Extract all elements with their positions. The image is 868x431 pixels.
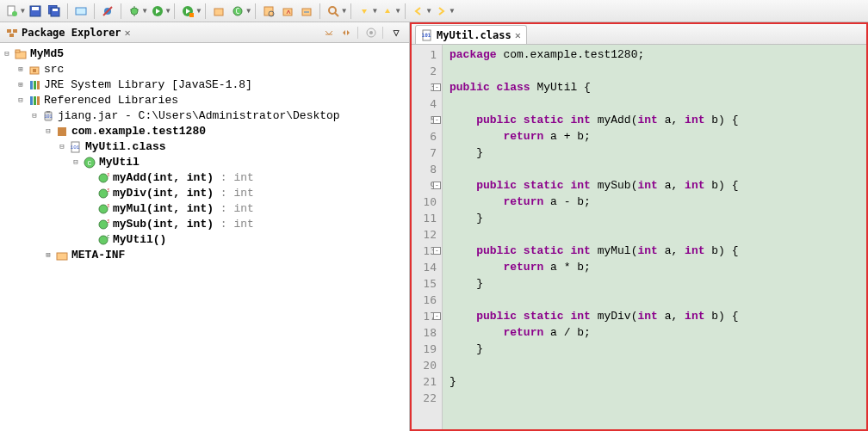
editor-tabs: 101 MyUtil.class ✕ [412, 24, 866, 45]
close-icon[interactable]: ✕ [125, 27, 131, 39]
svg-rect-6 [53, 9, 58, 11]
svg-rect-27 [7, 29, 11, 33]
focus-task-button[interactable] [363, 25, 379, 40]
svg-point-1 [12, 11, 17, 16]
separator [67, 3, 68, 19]
view-menu-button[interactable]: ▽ [388, 25, 404, 40]
back-button[interactable] [410, 3, 427, 20]
dropdown-icon[interactable]: ▼ [143, 7, 147, 15]
tree-meta-inf[interactable]: ⊞META-INF [2, 248, 407, 263]
svg-text:s: s [107, 203, 109, 209]
package-explorer-icon [5, 26, 19, 40]
dropdown-icon[interactable]: ▼ [166, 7, 170, 15]
separator [350, 3, 351, 19]
tab-label: MyUtil.class [437, 29, 512, 41]
forward-button[interactable] [432, 3, 450, 20]
dropdown-icon[interactable]: ▼ [196, 7, 201, 15]
tree-referenced-libraries[interactable]: ⊟Referenced Libraries [2, 93, 407, 108]
tree-method[interactable]: smyAdd(int, int) : int [2, 170, 407, 186]
svg-rect-37 [34, 81, 36, 89]
open-resource-button[interactable] [298, 3, 315, 20]
tree-method[interactable]: smyDiv(int, int) : int [2, 186, 407, 201]
close-tab-icon[interactable]: ✕ [515, 29, 521, 41]
svg-text:s: s [107, 172, 109, 178]
dropdown-icon[interactable]: ▼ [427, 7, 431, 15]
dropdown-icon[interactable]: ▼ [450, 7, 454, 15]
svg-rect-43 [46, 111, 50, 113]
svg-rect-48 [62, 132, 66, 136]
dropdown-icon[interactable]: ▼ [373, 7, 377, 15]
code-area[interactable]: package com.example.test1280;public clas… [443, 45, 866, 429]
line-gutter: 123-45-6789-10111213-14151617-1819202122 [412, 45, 443, 429]
svg-rect-47 [58, 132, 62, 136]
prev-annotation-button[interactable] [379, 3, 396, 20]
svg-rect-33 [16, 50, 20, 52]
svg-rect-3 [32, 7, 39, 10]
svg-rect-39 [30, 96, 33, 105]
svg-text:C: C [88, 159, 92, 167]
svg-rect-36 [30, 81, 33, 89]
separator [205, 3, 206, 19]
tree-src[interactable]: ⊞src [2, 62, 407, 77]
save-button[interactable] [27, 3, 44, 20]
search-button[interactable] [325, 3, 342, 20]
svg-text:C: C [236, 8, 240, 15]
svg-text:101: 101 [44, 114, 52, 120]
svg-rect-18 [214, 9, 223, 15]
code-editor[interactable]: 123-45-6789-10111213-14151617-1819202122… [412, 45, 866, 429]
save-all-button[interactable] [46, 3, 63, 20]
separator [319, 3, 320, 19]
svg-rect-63 [57, 253, 67, 260]
class-file-icon: 101 [421, 29, 433, 41]
toggle-button[interactable] [72, 3, 90, 20]
coverage-button[interactable] [179, 3, 196, 20]
svg-rect-41 [37, 96, 40, 105]
new-package-button[interactable] [210, 3, 227, 20]
svg-text:101: 101 [71, 145, 80, 151]
separator [255, 3, 256, 19]
dropdown-icon[interactable]: ▼ [396, 7, 400, 15]
tree-method[interactable]: smyMul(int, int) : int [2, 201, 407, 217]
editor-panel: 101 MyUtil.class ✕ 123-45-6789-10111213-… [410, 22, 868, 431]
package-tree: ⊟MyMd5⊞src⊞JRE System Library [JavaSE-1.… [0, 43, 409, 267]
new-class-button[interactable]: C [229, 3, 246, 20]
svg-rect-35 [33, 69, 36, 72]
tree-method[interactable]: cMyUtil() [2, 232, 407, 248]
link-editor-button[interactable] [338, 25, 354, 40]
svg-point-31 [369, 31, 373, 34]
tree-jar[interactable]: ⊟101jiang.jar - C:\Users\Administrator\D… [2, 108, 407, 124]
svg-rect-29 [9, 34, 14, 37]
open-task-button[interactable] [279, 3, 296, 20]
open-type-button[interactable] [260, 3, 277, 20]
collapse-all-button[interactable] [321, 25, 337, 40]
separator [94, 3, 95, 19]
svg-line-26 [335, 13, 338, 16]
separator [121, 3, 121, 19]
skip-breakpoints-button[interactable] [99, 3, 116, 20]
tree-package[interactable]: ⊟com.example.test1280 [2, 124, 407, 139]
tree-class[interactable]: ⊟101MyUtil.class [2, 139, 407, 155]
svg-rect-38 [37, 81, 40, 89]
svg-rect-17 [189, 13, 194, 17]
dropdown-icon[interactable]: ▼ [21, 7, 25, 15]
panel-header: Package Explorer ✕ ▽ [0, 22, 409, 43]
svg-text:s: s [107, 219, 109, 225]
separator [405, 3, 406, 19]
svg-rect-45 [58, 127, 62, 132]
debug-button[interactable] [126, 3, 143, 20]
tree-method[interactable]: smySub(int, int) : int [2, 217, 407, 232]
next-annotation-button[interactable] [356, 3, 373, 20]
new-button[interactable] [3, 3, 21, 20]
tree-type[interactable]: ⊟CMyUtil [2, 155, 407, 170]
tree-jre[interactable]: ⊞JRE System Library [JavaSE-1.8] [2, 77, 407, 93]
dropdown-icon[interactable]: ▼ [246, 7, 251, 15]
tree-project[interactable]: ⊟MyMd5 [2, 46, 407, 62]
main-toolbar: ▼ ▼ ▼ ▼ C▼ ▼ ▼ ▼ ▼ ▼ [0, 0, 868, 22]
svg-point-25 [329, 7, 336, 14]
separator [174, 3, 175, 19]
svg-rect-28 [13, 29, 17, 33]
dropdown-icon[interactable]: ▼ [342, 7, 346, 15]
svg-text:c: c [107, 234, 109, 240]
run-button[interactable] [149, 3, 166, 20]
editor-tab-myutil[interactable]: 101 MyUtil.class ✕ [415, 25, 527, 44]
